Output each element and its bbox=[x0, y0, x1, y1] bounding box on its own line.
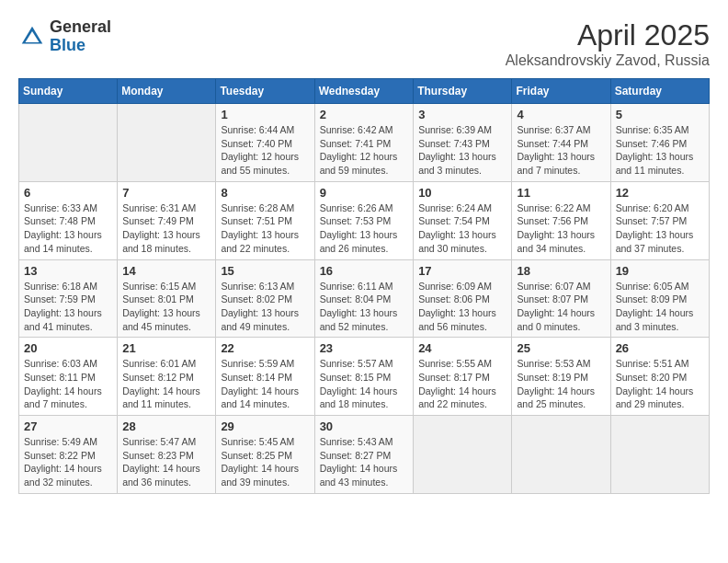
day-info: Sunrise: 6:35 AM Sunset: 7:46 PM Dayligh… bbox=[616, 123, 704, 178]
day-number: 1 bbox=[221, 108, 309, 121]
day-of-week-header: Monday bbox=[118, 79, 216, 104]
day-number: 8 bbox=[221, 186, 309, 200]
calendar-cell: 8Sunrise: 6:28 AM Sunset: 7:51 PM Daylig… bbox=[216, 181, 314, 259]
month-title: April 2025 bbox=[506, 18, 710, 52]
day-info: Sunrise: 6:44 AM Sunset: 7:40 PM Dayligh… bbox=[221, 123, 309, 178]
day-number: 5 bbox=[616, 108, 704, 121]
calendar-cell: 30Sunrise: 5:43 AM Sunset: 8:27 PM Dayli… bbox=[314, 416, 414, 494]
day-number: 16 bbox=[320, 264, 409, 278]
calendar-cell: 4Sunrise: 6:37 AM Sunset: 7:44 PM Daylig… bbox=[512, 104, 610, 182]
logo-general-text: General bbox=[50, 18, 111, 37]
day-of-week-header: Wednesday bbox=[314, 79, 414, 104]
day-number: 6 bbox=[24, 186, 112, 200]
day-number: 17 bbox=[418, 264, 506, 278]
calendar-cell: 20Sunrise: 6:03 AM Sunset: 8:11 PM Dayli… bbox=[19, 338, 118, 416]
calendar-cell: 2Sunrise: 6:42 AM Sunset: 7:41 PM Daylig… bbox=[314, 104, 414, 182]
calendar-week-row: 6Sunrise: 6:33 AM Sunset: 7:48 PM Daylig… bbox=[19, 181, 710, 259]
day-number: 24 bbox=[418, 341, 506, 355]
calendar-week-row: 13Sunrise: 6:18 AM Sunset: 7:59 PM Dayli… bbox=[19, 259, 710, 338]
day-number: 15 bbox=[221, 264, 309, 278]
day-info: Sunrise: 5:45 AM Sunset: 8:25 PM Dayligh… bbox=[221, 435, 309, 489]
day-info: Sunrise: 6:22 AM Sunset: 7:56 PM Dayligh… bbox=[517, 201, 605, 256]
calendar-cell: 16Sunrise: 6:11 AM Sunset: 8:04 PM Dayli… bbox=[314, 259, 414, 338]
day-number: 29 bbox=[221, 419, 309, 433]
logo: General Blue bbox=[18, 18, 111, 55]
calendar-cell: 9Sunrise: 6:26 AM Sunset: 7:53 PM Daylig… bbox=[314, 181, 414, 259]
calendar-cell: 15Sunrise: 6:13 AM Sunset: 8:02 PM Dayli… bbox=[216, 259, 314, 338]
day-info: Sunrise: 5:47 AM Sunset: 8:23 PM Dayligh… bbox=[122, 435, 210, 489]
day-of-week-header: Tuesday bbox=[216, 79, 314, 104]
calendar-cell: 18Sunrise: 6:07 AM Sunset: 8:07 PM Dayli… bbox=[512, 259, 610, 338]
day-number: 22 bbox=[221, 341, 309, 355]
day-info: Sunrise: 6:31 AM Sunset: 7:49 PM Dayligh… bbox=[122, 201, 210, 256]
title-block: April 2025 Aleksandrovskiy Zavod, Russia bbox=[506, 18, 710, 69]
calendar-cell: 13Sunrise: 6:18 AM Sunset: 7:59 PM Dayli… bbox=[19, 259, 118, 338]
day-info: Sunrise: 5:59 AM Sunset: 8:14 PM Dayligh… bbox=[221, 357, 309, 411]
day-info: Sunrise: 6:28 AM Sunset: 7:51 PM Dayligh… bbox=[221, 201, 309, 256]
day-info: Sunrise: 5:53 AM Sunset: 8:19 PM Dayligh… bbox=[517, 357, 605, 411]
calendar-cell: 26Sunrise: 5:51 AM Sunset: 8:20 PM Dayli… bbox=[610, 338, 709, 416]
header-row: SundayMondayTuesdayWednesdayThursdayFrid… bbox=[19, 79, 710, 104]
day-number: 12 bbox=[616, 186, 704, 200]
calendar-cell bbox=[610, 416, 709, 494]
calendar-cell: 22Sunrise: 5:59 AM Sunset: 8:14 PM Dayli… bbox=[216, 338, 314, 416]
calendar-week-row: 20Sunrise: 6:03 AM Sunset: 8:11 PM Dayli… bbox=[19, 338, 710, 416]
calendar-cell: 3Sunrise: 6:39 AM Sunset: 7:43 PM Daylig… bbox=[414, 104, 512, 182]
day-info: Sunrise: 6:05 AM Sunset: 8:09 PM Dayligh… bbox=[616, 280, 704, 334]
day-of-week-header: Thursday bbox=[414, 79, 512, 104]
day-info: Sunrise: 6:09 AM Sunset: 8:06 PM Dayligh… bbox=[418, 280, 506, 334]
day-number: 30 bbox=[320, 419, 409, 433]
day-info: Sunrise: 5:49 AM Sunset: 8:22 PM Dayligh… bbox=[24, 435, 112, 489]
day-number: 23 bbox=[320, 341, 409, 355]
calendar-week-row: 27Sunrise: 5:49 AM Sunset: 8:22 PM Dayli… bbox=[19, 416, 710, 494]
day-number: 28 bbox=[122, 419, 210, 433]
calendar-body: 1Sunrise: 6:44 AM Sunset: 7:40 PM Daylig… bbox=[19, 104, 710, 494]
day-number: 2 bbox=[320, 108, 409, 121]
calendar-header: SundayMondayTuesdayWednesdayThursdayFrid… bbox=[19, 79, 710, 104]
calendar-cell: 17Sunrise: 6:09 AM Sunset: 8:06 PM Dayli… bbox=[414, 259, 512, 338]
day-info: Sunrise: 6:13 AM Sunset: 8:02 PM Dayligh… bbox=[221, 280, 309, 334]
day-number: 7 bbox=[122, 186, 210, 200]
calendar-cell: 11Sunrise: 6:22 AM Sunset: 7:56 PM Dayli… bbox=[512, 181, 610, 259]
day-number: 26 bbox=[616, 341, 704, 355]
day-number: 11 bbox=[517, 186, 605, 200]
calendar-cell: 5Sunrise: 6:35 AM Sunset: 7:46 PM Daylig… bbox=[610, 104, 709, 182]
day-number: 10 bbox=[418, 186, 506, 200]
calendar-cell: 19Sunrise: 6:05 AM Sunset: 8:09 PM Dayli… bbox=[610, 259, 709, 338]
calendar-cell: 1Sunrise: 6:44 AM Sunset: 7:40 PM Daylig… bbox=[216, 104, 314, 182]
day-info: Sunrise: 6:26 AM Sunset: 7:53 PM Dayligh… bbox=[320, 201, 409, 256]
day-info: Sunrise: 6:18 AM Sunset: 7:59 PM Dayligh… bbox=[24, 280, 112, 334]
logo-blue-text: Blue bbox=[50, 37, 111, 55]
calendar-cell: 21Sunrise: 6:01 AM Sunset: 8:12 PM Dayli… bbox=[118, 338, 216, 416]
day-number: 25 bbox=[517, 341, 605, 355]
day-info: Sunrise: 6:03 AM Sunset: 8:11 PM Dayligh… bbox=[24, 357, 112, 411]
day-info: Sunrise: 5:51 AM Sunset: 8:20 PM Dayligh… bbox=[616, 357, 704, 411]
day-info: Sunrise: 6:20 AM Sunset: 7:57 PM Dayligh… bbox=[616, 201, 704, 256]
calendar-cell: 24Sunrise: 5:55 AM Sunset: 8:17 PM Dayli… bbox=[414, 338, 512, 416]
day-info: Sunrise: 5:57 AM Sunset: 8:15 PM Dayligh… bbox=[320, 357, 409, 411]
calendar-cell: 27Sunrise: 5:49 AM Sunset: 8:22 PM Dayli… bbox=[19, 416, 118, 494]
day-info: Sunrise: 6:11 AM Sunset: 8:04 PM Dayligh… bbox=[320, 280, 409, 334]
page-header: General Blue April 2025 Aleksandrovskiy … bbox=[18, 18, 710, 69]
calendar-cell bbox=[414, 416, 512, 494]
day-info: Sunrise: 6:24 AM Sunset: 7:54 PM Dayligh… bbox=[418, 201, 506, 256]
day-info: Sunrise: 5:43 AM Sunset: 8:27 PM Dayligh… bbox=[320, 435, 409, 489]
calendar-cell: 14Sunrise: 6:15 AM Sunset: 8:01 PM Dayli… bbox=[118, 259, 216, 338]
day-info: Sunrise: 6:39 AM Sunset: 7:43 PM Dayligh… bbox=[418, 123, 506, 178]
calendar-cell: 6Sunrise: 6:33 AM Sunset: 7:48 PM Daylig… bbox=[19, 181, 118, 259]
calendar-cell bbox=[19, 104, 118, 182]
day-number: 18 bbox=[517, 264, 605, 278]
day-number: 13 bbox=[24, 264, 112, 278]
day-number: 27 bbox=[24, 419, 112, 433]
calendar-table: SundayMondayTuesdayWednesdayThursdayFrid… bbox=[18, 78, 710, 494]
day-of-week-header: Saturday bbox=[610, 79, 709, 104]
calendar-cell: 29Sunrise: 5:45 AM Sunset: 8:25 PM Dayli… bbox=[216, 416, 314, 494]
day-number: 14 bbox=[122, 264, 210, 278]
day-of-week-header: Sunday bbox=[19, 79, 118, 104]
calendar-cell: 10Sunrise: 6:24 AM Sunset: 7:54 PM Dayli… bbox=[414, 181, 512, 259]
calendar-cell: 25Sunrise: 5:53 AM Sunset: 8:19 PM Dayli… bbox=[512, 338, 610, 416]
logo-icon bbox=[18, 23, 46, 51]
calendar-cell: 23Sunrise: 5:57 AM Sunset: 8:15 PM Dayli… bbox=[314, 338, 414, 416]
day-number: 21 bbox=[122, 341, 210, 355]
day-info: Sunrise: 5:55 AM Sunset: 8:17 PM Dayligh… bbox=[418, 357, 506, 411]
